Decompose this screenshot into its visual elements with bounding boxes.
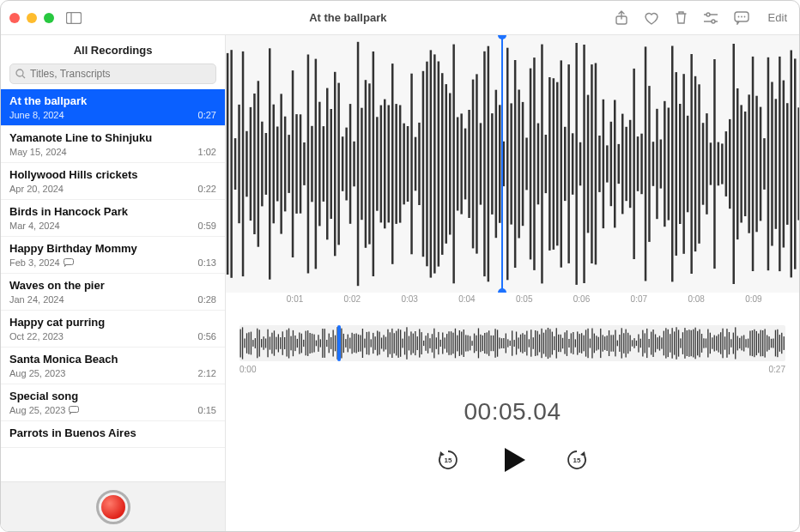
- svg-rect-178: [267, 329, 268, 358]
- svg-rect-146: [729, 119, 731, 209]
- svg-rect-152: [752, 57, 755, 271]
- svg-rect-168: [246, 333, 247, 354]
- overview-waveform[interactable]: [239, 325, 785, 361]
- sidebar-toggle-button[interactable]: [66, 12, 82, 24]
- search-field[interactable]: [9, 63, 216, 84]
- svg-rect-349: [627, 333, 628, 354]
- play-button[interactable]: [505, 448, 525, 472]
- svg-rect-199: [312, 334, 312, 354]
- svg-rect-163: [794, 58, 797, 269]
- svg-rect-357: [645, 333, 645, 353]
- svg-rect-265: [451, 331, 452, 355]
- skip-back-button[interactable]: 15: [436, 448, 460, 472]
- svg-rect-345: [619, 335, 620, 352]
- svg-rect-257: [433, 329, 434, 359]
- recording-item[interactable]: Waves on the pierJan 24, 2024 0:28: [1, 274, 225, 311]
- svg-point-8: [737, 15, 739, 17]
- svg-rect-103: [564, 127, 567, 201]
- svg-rect-162: [791, 51, 793, 278]
- svg-rect-99: [548, 77, 551, 251]
- svg-rect-286: [494, 329, 495, 358]
- svg-rect-53: [373, 51, 375, 276]
- minimize-window-button[interactable]: [27, 13, 37, 23]
- svg-rect-400: [735, 327, 736, 359]
- recording-list: At the ballparkJune 8, 2024 0:27Yamanote…: [1, 89, 225, 481]
- recording-item[interactable]: At the ballparkJune 8, 2024 0:27: [1, 89, 225, 126]
- svg-rect-91: [518, 90, 520, 239]
- search-icon: [15, 69, 26, 79]
- playback-settings-button[interactable]: [703, 12, 718, 24]
- svg-rect-404: [743, 336, 744, 352]
- recording-title: Waves on the pier: [9, 279, 216, 292]
- svg-rect-273: [468, 336, 469, 352]
- svg-rect-38: [315, 59, 318, 269]
- recording-item[interactable]: Happy cat purringOct 22, 2023 0:56: [1, 311, 225, 348]
- svg-rect-377: [687, 330, 688, 356]
- svg-rect-13: [64, 258, 73, 264]
- svg-rect-382: [697, 331, 698, 356]
- svg-rect-230: [377, 331, 378, 356]
- favorite-button[interactable]: [644, 11, 659, 25]
- svg-rect-275: [471, 341, 472, 346]
- svg-rect-384: [701, 334, 702, 353]
- recording-item[interactable]: Happy Birthday MommyFeb 3, 2024 0:13: [1, 237, 225, 274]
- close-window-button[interactable]: [9, 13, 20, 23]
- search-input[interactable]: [30, 68, 210, 80]
- svg-rect-320: [567, 330, 567, 356]
- svg-rect-346: [621, 328, 622, 358]
- svg-rect-266: [452, 333, 453, 354]
- transcript-button[interactable]: [734, 11, 749, 25]
- svg-rect-50: [361, 108, 363, 221]
- svg-rect-214: [343, 334, 344, 353]
- svg-rect-48: [353, 142, 355, 187]
- skip-forward-button[interactable]: 15: [565, 448, 589, 472]
- svg-rect-82: [483, 51, 486, 276]
- svg-rect-65: [418, 123, 421, 205]
- svg-rect-419: [775, 330, 776, 357]
- overview-playhead[interactable]: [337, 325, 341, 361]
- waveform-area[interactable]: [226, 35, 799, 293]
- zoom-window-button[interactable]: [44, 13, 54, 23]
- svg-rect-291: [506, 334, 506, 354]
- recording-item[interactable]: Parrots in Buenos Aires: [1, 421, 225, 448]
- svg-rect-157: [771, 82, 773, 246]
- svg-rect-353: [636, 341, 637, 346]
- recording-item[interactable]: Santa Monica BeachAug 25, 2023 2:12: [1, 348, 225, 384]
- svg-rect-160: [783, 81, 785, 248]
- svg-rect-239: [396, 331, 397, 356]
- recording-item[interactable]: Birds in Hancock ParkMar 4, 2024 0:59: [1, 200, 225, 237]
- svg-rect-417: [771, 339, 772, 348]
- recording-item[interactable]: Yamanote Line to ShinjukuMay 15, 2024 1:…: [1, 126, 225, 163]
- svg-rect-334: [596, 336, 597, 350]
- svg-rect-289: [501, 338, 502, 348]
- svg-rect-287: [497, 329, 498, 356]
- svg-rect-362: [655, 335, 656, 353]
- timeline: 0:010:020:030:040:050:060:070:080:09: [226, 293, 799, 313]
- recording-duration: 0:59: [198, 221, 216, 231]
- svg-rect-365: [661, 337, 662, 348]
- record-button[interactable]: [96, 490, 130, 524]
- svg-rect-389: [712, 337, 712, 348]
- svg-rect-115: [610, 122, 613, 206]
- range-start: 0:00: [239, 365, 256, 374]
- svg-rect-179: [270, 337, 270, 350]
- svg-rect-15: [227, 53, 229, 275]
- trash-button[interactable]: [675, 10, 688, 25]
- svg-rect-366: [664, 331, 664, 356]
- edit-button[interactable]: Edit: [765, 9, 791, 26]
- svg-rect-110: [591, 64, 593, 263]
- svg-rect-129: [664, 101, 666, 227]
- toolbar-right: Edit: [615, 9, 791, 26]
- svg-rect-111: [595, 63, 597, 265]
- svg-rect-231: [379, 332, 379, 355]
- share-button[interactable]: [615, 10, 628, 26]
- playhead[interactable]: [501, 35, 503, 293]
- recording-date: Oct 22, 2023: [9, 331, 198, 342]
- svg-rect-133: [679, 104, 682, 224]
- svg-rect-213: [341, 329, 342, 359]
- recording-item[interactable]: Hollywood Hills cricketsApr 20, 2024 0:2…: [1, 163, 225, 200]
- svg-rect-246: [410, 331, 411, 354]
- svg-rect-280: [482, 336, 483, 351]
- playback-controls: 15 15: [226, 448, 799, 472]
- recording-item[interactable]: Special songAug 25, 2023 0:15: [1, 384, 225, 421]
